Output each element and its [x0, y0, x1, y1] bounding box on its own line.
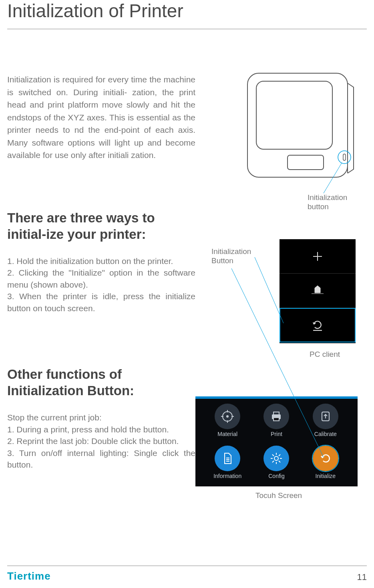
svg-point-8 — [226, 415, 229, 418]
right-column: Initialization button Initialization But… — [203, 73, 367, 470]
body-other: Stop the current print job: 1. During a … — [7, 412, 195, 470]
pc-item-initialize[interactable] — [279, 308, 356, 342]
calibrate-icon — [313, 404, 338, 429]
touch-label: Calibrate — [314, 431, 337, 437]
touch-material[interactable]: Material — [204, 400, 251, 440]
touch-label: Config — [268, 473, 284, 479]
svg-line-26 — [279, 461, 280, 462]
plus-icon — [312, 250, 324, 262]
touch-grid: Material Print Calibrate — [195, 399, 358, 486]
page-number: 11 — [357, 572, 367, 582]
touch-label: Material — [217, 431, 237, 437]
refresh-underline-icon — [311, 318, 324, 332]
heading-other: Other functions of Initialization Button… — [7, 366, 195, 399]
left-column: Initialization is required for every tim… — [7, 73, 195, 470]
svg-line-25 — [272, 454, 274, 456]
label-pc-client: PC client — [310, 350, 340, 359]
target-icon — [215, 404, 240, 429]
touch-initialize[interactable]: Initialize — [302, 443, 349, 483]
touch-label: Print — [271, 431, 282, 437]
svg-rect-3 — [288, 155, 324, 170]
document-icon — [215, 446, 240, 471]
touch-label: Information — [213, 473, 241, 479]
touch-print[interactable]: Print — [253, 400, 300, 440]
printer-illustration — [239, 65, 360, 185]
pc-item-platform[interactable] — [279, 274, 356, 308]
label-init-button-left: Initialization Button — [211, 247, 259, 266]
svg-line-27 — [279, 454, 280, 456]
touch-label: Initialize — [316, 473, 336, 479]
content-row: Initialization is required for every tim… — [7, 73, 367, 470]
touch-calibrate[interactable]: Calibrate — [302, 400, 349, 440]
svg-point-20 — [274, 456, 278, 460]
gear-icon — [263, 446, 289, 471]
printer-icon — [263, 404, 289, 429]
page-title: Initialization of Printer — [7, 0, 367, 29]
label-init-button-top: Initialization button — [308, 193, 356, 212]
svg-rect-5 — [343, 154, 346, 160]
svg-rect-1 — [256, 81, 332, 149]
pc-item-plus[interactable] — [279, 239, 356, 274]
svg-point-4 — [338, 151, 351, 164]
platform-icon — [311, 285, 324, 297]
touch-screen-panel: Material Print Calibrate — [195, 396, 358, 486]
label-touch-screen: Tocuh Screen — [255, 491, 302, 500]
refresh-icon — [313, 446, 338, 471]
brand-logo: Tiertime — [7, 570, 51, 582]
page-footer: Tiertime 11 — [7, 566, 367, 582]
body-ways: 1. Hold the initialization button on the… — [7, 255, 195, 314]
heading-ways: There are three ways to initial-ize your… — [7, 210, 195, 243]
touch-config[interactable]: Config — [253, 443, 300, 483]
svg-line-28 — [272, 461, 274, 462]
intro-paragraph: Initialization is required for every tim… — [7, 73, 195, 162]
touch-information[interactable]: Information — [204, 443, 251, 483]
pc-client-panel — [279, 239, 356, 343]
svg-rect-15 — [273, 418, 279, 421]
